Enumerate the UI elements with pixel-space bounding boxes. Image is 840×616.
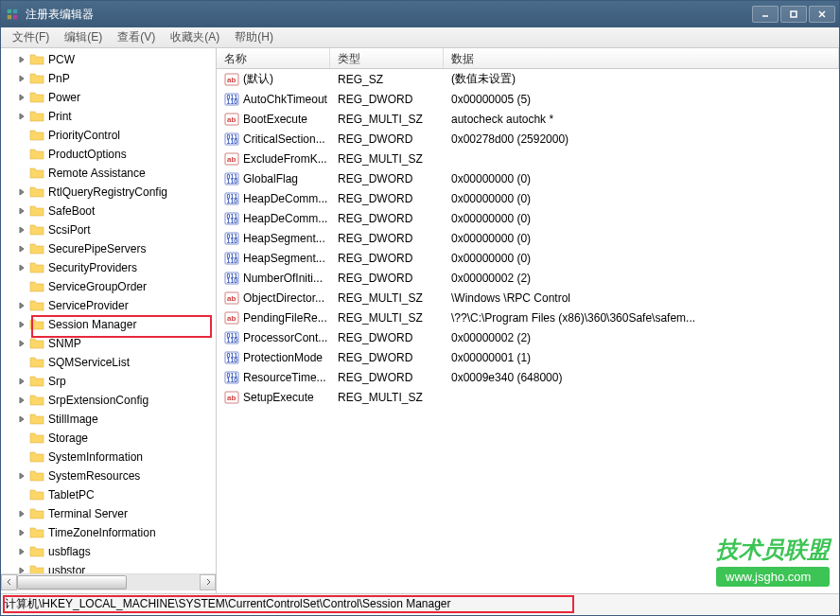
tree-item[interactable]: SystemResources: [1, 466, 216, 485]
expand-icon[interactable]: [16, 243, 27, 255]
list-row[interactable]: (默认) REG_SZ (数值未设置): [217, 69, 839, 89]
column-type[interactable]: 类型: [330, 48, 444, 68]
list-row[interactable]: NumberOfIniti... REG_DWORD 0x00000002 (2…: [217, 268, 839, 288]
tree-item[interactable]: SrpExtensionConfig: [1, 391, 216, 410]
list-row[interactable]: HeapDeComm... REG_DWORD 0x00000000 (0): [217, 188, 839, 208]
expand-icon[interactable]: [16, 149, 27, 160]
expand-icon[interactable]: [16, 224, 27, 236]
expand-icon[interactable]: [16, 300, 27, 311]
tree-item[interactable]: Power: [1, 88, 216, 107]
list-row[interactable]: HeapDeComm... REG_DWORD 0x00000000 (0): [217, 208, 839, 228]
cell-name: ResourceTime...: [217, 370, 330, 385]
cell-name: HeapDeComm...: [217, 191, 330, 206]
column-name[interactable]: 名称: [217, 48, 330, 68]
menu-favorites[interactable]: 收藏夹(A): [163, 27, 227, 47]
dword-value-icon: [224, 231, 239, 246]
expand-icon[interactable]: [16, 414, 27, 425]
expand-icon[interactable]: [16, 470, 27, 482]
tree-item[interactable]: SecurityProviders: [1, 258, 216, 277]
tree-item[interactable]: Remote Assistance: [1, 164, 216, 183]
scroll-thumb[interactable]: [17, 575, 127, 590]
expand-icon[interactable]: [16, 167, 27, 179]
tree-item[interactable]: SystemInformation: [1, 448, 216, 466]
tree-body[interactable]: PCW PnP Power Print PriorityControl Prod…: [1, 48, 216, 573]
status-path: 计算机\HKEY_LOCAL_MACHINE\SYSTEM\CurrentCon…: [5, 596, 451, 612]
list-row[interactable]: PendingFileRe... REG_MULTI_SZ \??\C:\Pro…: [217, 308, 839, 327]
list-row[interactable]: AutoChkTimeout REG_DWORD 0x00000005 (5): [217, 89, 839, 109]
tree-item[interactable]: ProductOptions: [1, 145, 216, 164]
tree-item[interactable]: SafeBoot: [1, 202, 216, 220]
column-data[interactable]: 数据: [444, 48, 839, 68]
expand-icon[interactable]: [16, 92, 27, 103]
tree-item[interactable]: ScsiPort: [1, 220, 216, 239]
tree-item[interactable]: TimeZoneInformation: [1, 523, 216, 542]
expand-icon[interactable]: [16, 489, 27, 501]
list-row[interactable]: ObjectDirector... REG_MULTI_SZ \Windows …: [217, 288, 839, 308]
tree-item[interactable]: Storage: [1, 429, 216, 448]
tree-item[interactable]: Srp: [1, 372, 216, 391]
expand-icon[interactable]: [16, 281, 27, 292]
horizontal-scrollbar[interactable]: [1, 573, 216, 590]
menu-view[interactable]: 查看(V): [110, 27, 163, 47]
tree-item[interactable]: SQMServiceList: [1, 353, 216, 372]
tree-item[interactable]: Session Manager: [1, 315, 216, 334]
tree-item[interactable]: ServiceProvider: [1, 296, 216, 315]
list-row[interactable]: ProcessorCont... REG_DWORD 0x00000002 (2…: [217, 327, 839, 347]
menu-help[interactable]: 帮助(H): [227, 27, 281, 47]
tree-item[interactable]: StillImage: [1, 410, 216, 429]
expand-icon[interactable]: [16, 338, 27, 349]
tree-item[interactable]: ServiceGroupOrder: [1, 277, 216, 296]
tree-item[interactable]: PCW: [1, 50, 216, 69]
tree-item[interactable]: PnP: [1, 69, 216, 88]
list-row[interactable]: GlobalFlag REG_DWORD 0x00000000 (0): [217, 168, 839, 188]
scroll-left-button[interactable]: [1, 574, 17, 590]
cell-type: REG_MULTI_SZ: [330, 152, 444, 166]
expand-icon[interactable]: [16, 130, 27, 141]
minimize-button[interactable]: [752, 6, 779, 23]
expand-icon[interactable]: [16, 451, 27, 463]
list-body[interactable]: (默认) REG_SZ (数值未设置) AutoChkTimeout REG_D…: [217, 69, 839, 593]
list-row[interactable]: HeapSegment... REG_DWORD 0x00000000 (0): [217, 228, 839, 248]
expand-icon[interactable]: [16, 262, 27, 273]
expand-icon[interactable]: [16, 395, 27, 406]
tree-item[interactable]: Terminal Server: [1, 504, 216, 523]
tree-item[interactable]: RtlQueryRegistryConfig: [1, 183, 216, 202]
menu-file[interactable]: 文件(F): [5, 27, 57, 47]
tree-item[interactable]: SecurePipeServers: [1, 239, 216, 258]
list-row[interactable]: ExcludeFromK... REG_MULTI_SZ: [217, 149, 839, 168]
tree-item[interactable]: Print: [1, 107, 216, 126]
tree-item[interactable]: usbflags: [1, 542, 216, 561]
list-row[interactable]: ResourceTime... REG_DWORD 0x0009e340 (64…: [217, 367, 839, 387]
folder-icon: [29, 526, 44, 539]
menu-edit[interactable]: 编辑(E): [57, 27, 110, 47]
expand-icon[interactable]: [16, 54, 27, 65]
list-row[interactable]: SetupExecute REG_MULTI_SZ: [217, 387, 839, 407]
expand-icon[interactable]: [16, 73, 27, 84]
maximize-button[interactable]: [780, 6, 807, 23]
list-row[interactable]: BootExecute REG_MULTI_SZ autocheck autoc…: [217, 109, 839, 129]
expand-icon[interactable]: [16, 527, 27, 538]
expand-icon[interactable]: [16, 186, 27, 198]
tree-item[interactable]: SNMP: [1, 334, 216, 353]
tree-item[interactable]: TabletPC: [1, 485, 216, 504]
expand-icon[interactable]: [16, 432, 27, 444]
expand-icon[interactable]: [16, 111, 27, 122]
expand-icon[interactable]: [16, 546, 27, 557]
expand-icon[interactable]: [16, 376, 27, 387]
expand-icon[interactable]: [16, 357, 27, 368]
expand-icon[interactable]: [16, 565, 27, 573]
cell-data: \Windows \RPC Control: [444, 291, 839, 305]
list-row[interactable]: HeapSegment... REG_DWORD 0x00000000 (0): [217, 248, 839, 268]
close-button[interactable]: [809, 6, 835, 23]
scroll-right-button[interactable]: [200, 574, 216, 590]
list-row[interactable]: CriticalSection... REG_DWORD 0x00278d00 …: [217, 129, 839, 149]
list-row[interactable]: ProtectionMode REG_DWORD 0x00000001 (1): [217, 347, 839, 367]
expand-icon[interactable]: [16, 319, 27, 330]
expand-icon[interactable]: [16, 205, 27, 217]
tree-item[interactable]: PriorityControl: [1, 126, 216, 145]
scroll-track[interactable]: [17, 574, 200, 590]
content-area: PCW PnP Power Print PriorityControl Prod…: [1, 48, 839, 593]
tree-item[interactable]: usbstor: [1, 561, 216, 573]
expand-icon[interactable]: [16, 508, 27, 519]
tree-label: Power: [48, 91, 80, 104]
